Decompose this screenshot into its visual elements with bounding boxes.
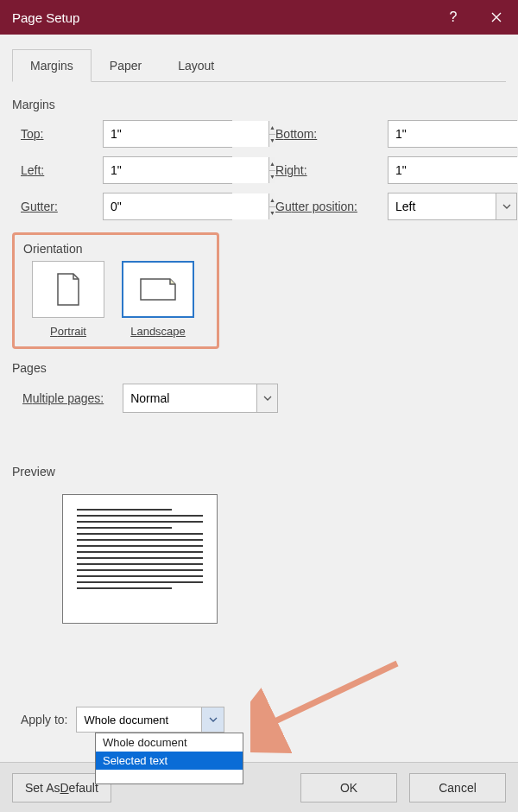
preview-section: Preview — [12, 465, 506, 624]
left-spinner[interactable]: ▲▼ — [103, 156, 232, 184]
landscape-label: Landscape — [122, 325, 194, 338]
chevron-down-icon — [209, 717, 218, 722]
preview-thumbnail — [62, 494, 218, 624]
dialog-title: Page Setup — [0, 10, 432, 25]
chevron-down-icon — [502, 204, 511, 209]
apply-to-dropdown[interactable]: Whole document Selected text — [95, 733, 243, 784]
left-label: Left: — [21, 163, 103, 177]
bottom-label: Bottom: — [275, 127, 388, 141]
right-label: Right: — [275, 163, 388, 177]
right-spinner[interactable]: ▲▼ — [388, 156, 517, 184]
page-setup-dialog: Page Setup ? Margins Paper Layout Margin… — [0, 0, 518, 812]
left-input[interactable] — [104, 157, 268, 183]
apply-option-blank — [96, 770, 243, 783]
top-spinner-arrows[interactable]: ▲▼ — [268, 121, 275, 147]
top-input[interactable] — [104, 121, 268, 147]
multiple-pages-value: Normal — [123, 384, 256, 412]
button-row: Set As Default OK Cancel — [0, 762, 518, 812]
margins-section-label: Margins — [12, 98, 506, 111]
left-spinner-arrows[interactable]: ▲▼ — [268, 157, 275, 183]
gutter-spinner[interactable]: ▲▼ — [103, 193, 232, 220]
landscape-icon — [139, 276, 177, 303]
tab-bar: Margins Paper Layout — [12, 48, 506, 82]
chevron-down-icon — [263, 396, 272, 401]
svg-line-0 — [266, 663, 397, 726]
right-input[interactable] — [388, 157, 518, 183]
pages-section: Pages Multiple pages: Normal — [12, 361, 506, 413]
gutter-spinner-arrows[interactable]: ▲▼ — [268, 193, 275, 219]
bottom-input[interactable] — [388, 121, 518, 147]
top-label: Top: — [21, 127, 103, 141]
tab-margins[interactable]: Margins — [12, 49, 92, 82]
apply-option-selected[interactable]: Selected text — [96, 752, 243, 770]
gutter-position-select[interactable]: Left — [388, 193, 517, 220]
gutter-position-value: Left — [388, 193, 496, 219]
gutter-input[interactable] — [104, 193, 268, 219]
multiple-pages-label: Multiple pages: — [22, 391, 104, 405]
margins-section: Margins Top: ▲▼ Bottom: ▲▼ Left: ▲▼ Righ… — [12, 98, 506, 220]
multiple-pages-caret[interactable] — [256, 384, 277, 412]
top-spinner[interactable]: ▲▼ — [103, 120, 232, 148]
multiple-pages-select[interactable]: Normal — [123, 384, 278, 413]
apply-to-label: Apply to: — [21, 713, 67, 726]
apply-to-select[interactable]: Whole document — [76, 707, 224, 733]
titlebar: Page Setup ? — [0, 0, 518, 35]
apply-to-row: Apply to: Whole document — [21, 707, 224, 733]
annotation-arrow-icon — [250, 657, 423, 760]
gutter-position-label: Gutter position: — [275, 200, 388, 213]
orientation-label: Orientation — [23, 242, 208, 256]
apply-to-caret[interactable] — [201, 707, 224, 732]
apply-to-value: Whole document — [77, 707, 201, 732]
close-button[interactable] — [475, 0, 518, 35]
bottom-spinner[interactable]: ▲▼ — [388, 120, 517, 148]
tab-paper[interactable]: Paper — [92, 49, 160, 82]
orientation-portrait[interactable]: Portrait — [32, 261, 104, 338]
orientation-section: Orientation Portrait Landscape — [12, 232, 219, 349]
cancel-button[interactable]: Cancel — [409, 773, 506, 802]
ok-button[interactable]: OK — [300, 773, 397, 802]
preview-section-label: Preview — [12, 465, 506, 479]
gutter-label: Gutter: — [21, 200, 103, 213]
portrait-label: Portrait — [32, 325, 104, 338]
pages-section-label: Pages — [12, 361, 506, 375]
gutter-position-caret[interactable] — [496, 193, 516, 219]
help-button[interactable]: ? — [432, 0, 475, 35]
orientation-landscape[interactable]: Landscape — [122, 261, 194, 338]
close-icon — [491, 12, 502, 22]
apply-option-whole[interactable]: Whole document — [96, 733, 243, 752]
tab-layout[interactable]: Layout — [160, 49, 232, 82]
portrait-icon — [54, 272, 82, 307]
